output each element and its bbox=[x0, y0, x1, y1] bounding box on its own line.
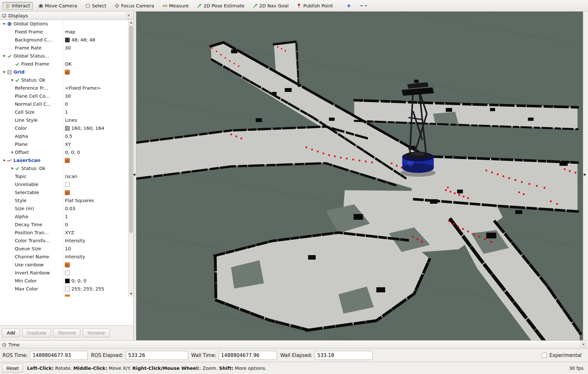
checkbox-checked[interactable] bbox=[65, 70, 70, 75]
tree-row[interactable]: Position Tran...XYZ bbox=[0, 229, 133, 237]
select-button[interactable]: Select bbox=[83, 2, 109, 10]
wall-time-input[interactable] bbox=[219, 351, 277, 360]
property-value[interactable]: 10 bbox=[63, 245, 133, 253]
property-value[interactable] bbox=[63, 269, 133, 277]
checkbox-checked[interactable] bbox=[65, 263, 70, 267]
checkbox-unchecked[interactable] bbox=[65, 182, 70, 187]
expander-closed-icon[interactable] bbox=[10, 148, 15, 156]
checkbox-checked[interactable] bbox=[65, 158, 70, 163]
property-value[interactable]: 48; 48; 48 bbox=[63, 36, 133, 44]
property-value[interactable]: 0 bbox=[63, 100, 133, 108]
close-icon[interactable]: × bbox=[126, 13, 131, 18]
tree-row[interactable]: Reference Fr...<Fixed Frame> bbox=[0, 84, 133, 92]
tree-row[interactable]: Unreliable bbox=[0, 181, 133, 189]
property-value[interactable]: 30 bbox=[63, 92, 133, 100]
property-value[interactable]: 1 bbox=[63, 213, 133, 221]
collapse-right-icon[interactable]: ▶ bbox=[584, 173, 586, 176]
interact-button[interactable]: Interact bbox=[3, 2, 33, 10]
tree-row[interactable]: Alpha1 bbox=[0, 213, 133, 221]
property-value[interactable]: 0 bbox=[63, 221, 133, 229]
property-value[interactable]: intensity bbox=[63, 253, 133, 261]
expander-closed-icon[interactable] bbox=[10, 76, 15, 84]
displays-scrollbar[interactable] bbox=[128, 20, 133, 297]
ros-time-input[interactable] bbox=[30, 351, 88, 360]
experimental-checkbox[interactable] bbox=[542, 353, 547, 358]
pose-estimate-button[interactable]: 2D Pose Estimate bbox=[194, 2, 247, 10]
tree-row[interactable]: Fixed FrameOK bbox=[0, 60, 133, 68]
focus-camera-button[interactable]: Focus Camera bbox=[112, 2, 157, 10]
tree-row[interactable]: Max Color255; 255; 255 bbox=[0, 285, 133, 293]
property-value[interactable] bbox=[63, 261, 133, 269]
property-value[interactable]: 30 bbox=[63, 44, 133, 52]
property-value[interactable]: XYZ bbox=[63, 229, 133, 237]
close-icon[interactable]: × bbox=[581, 342, 586, 347]
tree-row[interactable]: Background C...48; 48; 48 bbox=[0, 36, 133, 44]
tree-row[interactable]: Fixed Framemap bbox=[0, 28, 133, 36]
tree-row[interactable]: PlaneXY bbox=[0, 140, 133, 148]
wall-elapsed-input[interactable] bbox=[315, 351, 373, 360]
tree-row[interactable]: Min Color0; 0; 0 bbox=[0, 277, 133, 285]
3d-viewport-scene[interactable] bbox=[136, 12, 583, 340]
add-tool-button[interactable] bbox=[344, 2, 354, 10]
tree-row[interactable]: Frame Rate30 bbox=[0, 44, 133, 52]
property-value[interactable] bbox=[63, 68, 133, 76]
tree-row[interactable]: Use rainbow bbox=[0, 261, 133, 269]
expander-open-icon[interactable] bbox=[3, 20, 7, 28]
property-value[interactable]: 0.03 bbox=[63, 205, 133, 213]
expander-open-icon[interactable] bbox=[3, 68, 7, 76]
panel-splitter[interactable]: ◀ bbox=[134, 12, 136, 340]
tree-row[interactable]: Grid bbox=[0, 68, 133, 76]
property-value[interactable]: 1 bbox=[63, 108, 133, 116]
tree-row[interactable]: Global Status... bbox=[0, 52, 133, 60]
property-value[interactable]: 0.5 bbox=[63, 132, 133, 140]
tree-row[interactable]: Plane Cell Co...30 bbox=[0, 92, 133, 100]
tree-row[interactable]: Alpha0.5 bbox=[0, 132, 133, 140]
tree-row[interactable]: Offset0; 0; 0 bbox=[0, 148, 133, 156]
move-camera-button[interactable]: Move Camera bbox=[36, 2, 80, 10]
property-value[interactable]: 160; 160; 164 bbox=[63, 124, 133, 132]
tree-row[interactable]: Line StyleLines bbox=[0, 116, 133, 124]
remove-tool-button[interactable] bbox=[357, 2, 370, 10]
viewport[interactable] bbox=[136, 12, 583, 340]
property-value[interactable] bbox=[63, 181, 133, 189]
tree-row[interactable]: LaserScan bbox=[0, 156, 133, 165]
property-value[interactable]: 0; 0; 0 bbox=[63, 148, 133, 156]
tree-row[interactable]: Status: Ok bbox=[0, 76, 133, 84]
property-value[interactable] bbox=[63, 293, 133, 297]
tree-row[interactable]: Size (m)0.03 bbox=[0, 205, 133, 213]
property-value[interactable]: Flat Squares bbox=[63, 197, 133, 205]
remove-button[interactable]: Remove bbox=[53, 328, 80, 337]
checkbox-checked[interactable] bbox=[65, 190, 70, 195]
rename-button[interactable]: Rename bbox=[83, 328, 110, 337]
property-value[interactable]: 255; 255; 255 bbox=[63, 285, 133, 293]
reset-button[interactable]: Reset bbox=[2, 364, 23, 373]
property-value[interactable]: <Fixed Frame> bbox=[63, 84, 133, 92]
nav-goal-button[interactable]: 2D Nav Goal bbox=[250, 2, 291, 10]
scroll-up-icon[interactable] bbox=[129, 20, 133, 25]
checkbox-checked[interactable] bbox=[65, 295, 70, 297]
property-value[interactable]: XY bbox=[63, 140, 133, 148]
tree-row[interactable]: Invert Rainbow bbox=[0, 269, 133, 277]
tree-row[interactable]: Normal Cell C...0 bbox=[0, 100, 133, 108]
scrollbar-thumb[interactable] bbox=[129, 26, 133, 233]
tree-row[interactable]: Channel Nameintensity bbox=[0, 253, 133, 261]
property-value[interactable]: Intensity bbox=[63, 237, 133, 245]
expander-open-icon[interactable] bbox=[3, 156, 7, 165]
tree-row[interactable]: Decay Time0 bbox=[0, 221, 133, 229]
expander-open-icon[interactable] bbox=[3, 52, 7, 60]
property-value[interactable]: 0; 0; 0 bbox=[63, 277, 133, 285]
tree-row[interactable]: StyleFlat Squares bbox=[0, 197, 133, 205]
publish-point-button[interactable]: Publish Point bbox=[294, 2, 335, 10]
tree-row[interactable]: Selectable bbox=[0, 189, 133, 197]
checkbox-unchecked[interactable] bbox=[65, 271, 70, 275]
property-value[interactable]: Lines bbox=[63, 116, 133, 124]
property-value[interactable]: /scan bbox=[63, 173, 133, 181]
tree-row[interactable]: Queue Size10 bbox=[0, 245, 133, 253]
scroll-down-icon[interactable] bbox=[129, 291, 133, 297]
ros-elapsed-input[interactable] bbox=[126, 351, 188, 360]
tree-row[interactable]: Global Options bbox=[0, 20, 133, 28]
property-value[interactable] bbox=[63, 156, 133, 165]
expander-closed-icon[interactable] bbox=[10, 165, 15, 173]
tree-row[interactable]: Cell Size1 bbox=[0, 108, 133, 116]
right-panel-strip[interactable]: ▶ bbox=[583, 12, 588, 340]
